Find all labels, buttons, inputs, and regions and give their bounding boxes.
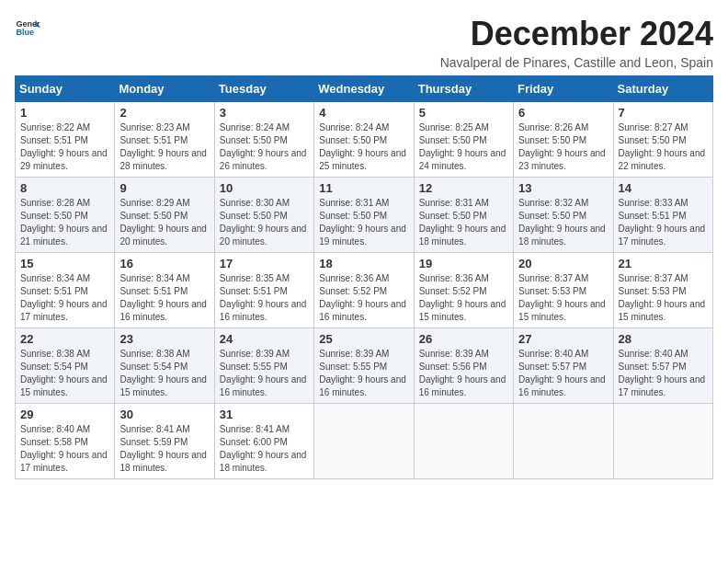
day-info: Sunrise: 8:27 AMSunset: 5:50 PMDaylight:… bbox=[619, 121, 708, 173]
day-info: Sunrise: 8:36 AMSunset: 5:52 PMDaylight:… bbox=[419, 272, 508, 324]
day-number: 31 bbox=[220, 408, 309, 421]
day-number: 30 bbox=[119, 408, 209, 421]
day-number: 13 bbox=[518, 181, 608, 195]
day-number: 4 bbox=[319, 106, 408, 120]
day-info: Sunrise: 8:39 AMSunset: 5:55 PMDaylight:… bbox=[220, 348, 309, 399]
day-number: 25 bbox=[319, 332, 408, 346]
day-info: Sunrise: 8:36 AMSunset: 5:52 PMDaylight:… bbox=[319, 272, 408, 324]
day-info: Sunrise: 8:24 AMSunset: 5:50 PMDaylight:… bbox=[319, 121, 408, 173]
calendar-cell: 15Sunrise: 8:34 AMSunset: 5:51 PMDayligh… bbox=[16, 253, 115, 328]
day-number: 9 bbox=[119, 181, 209, 195]
calendar-cell: 26Sunrise: 8:39 AMSunset: 5:56 PMDayligh… bbox=[414, 328, 513, 404]
calendar-cell: 28Sunrise: 8:40 AMSunset: 5:57 PMDayligh… bbox=[613, 328, 712, 404]
calendar-cell: 14Sunrise: 8:33 AMSunset: 5:51 PMDayligh… bbox=[613, 178, 712, 253]
calendar-cell bbox=[414, 404, 513, 479]
calendar-row-0: 1Sunrise: 8:22 AMSunset: 5:51 PMDaylight… bbox=[16, 102, 713, 178]
day-number: 29 bbox=[20, 408, 109, 421]
calendar-cell: 17Sunrise: 8:35 AMSunset: 5:51 PMDayligh… bbox=[214, 253, 313, 328]
day-info: Sunrise: 8:33 AMSunset: 5:51 PMDaylight:… bbox=[619, 197, 708, 248]
header-saturday: Saturday bbox=[613, 76, 712, 102]
calendar-cell bbox=[314, 404, 414, 479]
calendar-cell: 22Sunrise: 8:38 AMSunset: 5:54 PMDayligh… bbox=[16, 328, 115, 404]
calendar-cell: 11Sunrise: 8:31 AMSunset: 5:50 PMDayligh… bbox=[314, 178, 414, 253]
calendar-row-1: 8Sunrise: 8:28 AMSunset: 5:50 PMDaylight… bbox=[16, 178, 713, 253]
day-info: Sunrise: 8:41 AMSunset: 5:59 PMDaylight:… bbox=[119, 423, 209, 475]
day-info: Sunrise: 8:25 AMSunset: 5:50 PMDaylight:… bbox=[419, 121, 508, 173]
header-tuesday: Tuesday bbox=[214, 76, 313, 102]
calendar-cell: 12Sunrise: 8:31 AMSunset: 5:50 PMDayligh… bbox=[414, 178, 513, 253]
day-number: 12 bbox=[419, 181, 508, 195]
day-info: Sunrise: 8:30 AMSunset: 5:50 PMDaylight:… bbox=[220, 197, 309, 248]
calendar-header: SundayMondayTuesdayWednesdayThursdayFrid… bbox=[16, 76, 713, 102]
day-number: 3 bbox=[220, 106, 309, 120]
header: General Blue December 2024 Navalperal de… bbox=[15, 15, 713, 70]
day-info: Sunrise: 8:32 AMSunset: 5:50 PMDaylight:… bbox=[518, 197, 608, 248]
calendar-cell bbox=[613, 404, 712, 479]
day-number: 11 bbox=[319, 181, 408, 195]
header-wednesday: Wednesday bbox=[314, 76, 414, 102]
calendar-cell: 10Sunrise: 8:30 AMSunset: 5:50 PMDayligh… bbox=[214, 178, 313, 253]
calendar-cell: 8Sunrise: 8:28 AMSunset: 5:50 PMDaylight… bbox=[16, 178, 115, 253]
header-sunday: Sunday bbox=[16, 76, 115, 102]
calendar-cell bbox=[514, 404, 613, 479]
day-number: 14 bbox=[619, 181, 708, 195]
month-title: December 2024 bbox=[440, 15, 713, 53]
title-area: December 2024 Navalperal de Pinares, Cas… bbox=[440, 15, 713, 70]
day-number: 7 bbox=[619, 106, 708, 120]
day-number: 24 bbox=[220, 332, 309, 346]
day-info: Sunrise: 8:29 AMSunset: 5:50 PMDaylight:… bbox=[119, 197, 209, 248]
day-number: 5 bbox=[419, 106, 508, 120]
calendar-row-4: 29Sunrise: 8:40 AMSunset: 5:58 PMDayligh… bbox=[16, 404, 713, 479]
day-info: Sunrise: 8:34 AMSunset: 5:51 PMDaylight:… bbox=[20, 272, 109, 324]
day-info: Sunrise: 8:37 AMSunset: 5:53 PMDaylight:… bbox=[619, 272, 708, 324]
location-subtitle: Navalperal de Pinares, Castille and Leon… bbox=[440, 55, 713, 70]
day-info: Sunrise: 8:35 AMSunset: 5:51 PMDaylight:… bbox=[220, 272, 309, 324]
calendar-cell: 18Sunrise: 8:36 AMSunset: 5:52 PMDayligh… bbox=[314, 253, 414, 328]
day-number: 22 bbox=[20, 332, 109, 346]
day-number: 23 bbox=[119, 332, 209, 346]
day-number: 28 bbox=[619, 332, 708, 346]
day-number: 17 bbox=[220, 257, 309, 270]
day-number: 15 bbox=[20, 257, 109, 270]
day-number: 18 bbox=[319, 257, 408, 270]
day-number: 27 bbox=[518, 332, 608, 346]
calendar-cell: 24Sunrise: 8:39 AMSunset: 5:55 PMDayligh… bbox=[214, 328, 313, 404]
day-info: Sunrise: 8:38 AMSunset: 5:54 PMDaylight:… bbox=[119, 348, 209, 399]
calendar-cell: 20Sunrise: 8:37 AMSunset: 5:53 PMDayligh… bbox=[514, 253, 613, 328]
day-info: Sunrise: 8:38 AMSunset: 5:54 PMDaylight:… bbox=[20, 348, 109, 399]
logo: General Blue bbox=[15, 15, 40, 40]
calendar-cell: 27Sunrise: 8:40 AMSunset: 5:57 PMDayligh… bbox=[514, 328, 613, 404]
calendar-cell: 30Sunrise: 8:41 AMSunset: 5:59 PMDayligh… bbox=[115, 404, 214, 479]
calendar-row-3: 22Sunrise: 8:38 AMSunset: 5:54 PMDayligh… bbox=[16, 328, 713, 404]
day-info: Sunrise: 8:22 AMSunset: 5:51 PMDaylight:… bbox=[20, 121, 109, 173]
calendar-cell: 4Sunrise: 8:24 AMSunset: 5:50 PMDaylight… bbox=[314, 102, 414, 178]
day-number: 8 bbox=[20, 181, 109, 195]
day-info: Sunrise: 8:28 AMSunset: 5:50 PMDaylight:… bbox=[20, 197, 109, 248]
calendar-cell: 9Sunrise: 8:29 AMSunset: 5:50 PMDaylight… bbox=[115, 178, 214, 253]
day-info: Sunrise: 8:24 AMSunset: 5:50 PMDaylight:… bbox=[220, 121, 309, 173]
header-friday: Friday bbox=[514, 76, 613, 102]
header-monday: Monday bbox=[115, 76, 214, 102]
header-row: SundayMondayTuesdayWednesdayThursdayFrid… bbox=[16, 76, 713, 102]
day-info: Sunrise: 8:41 AMSunset: 6:00 PMDaylight:… bbox=[220, 423, 309, 475]
calendar-cell: 25Sunrise: 8:39 AMSunset: 5:55 PMDayligh… bbox=[314, 328, 414, 404]
day-number: 19 bbox=[419, 257, 508, 270]
svg-text:Blue: Blue bbox=[16, 28, 34, 37]
day-number: 2 bbox=[119, 106, 209, 120]
header-thursday: Thursday bbox=[414, 76, 513, 102]
calendar-cell: 13Sunrise: 8:32 AMSunset: 5:50 PMDayligh… bbox=[514, 178, 613, 253]
day-number: 26 bbox=[419, 332, 508, 346]
day-number: 21 bbox=[619, 257, 708, 270]
day-info: Sunrise: 8:31 AMSunset: 5:50 PMDaylight:… bbox=[319, 197, 408, 248]
calendar-table: SundayMondayTuesdayWednesdayThursdayFrid… bbox=[15, 75, 713, 479]
calendar-cell: 23Sunrise: 8:38 AMSunset: 5:54 PMDayligh… bbox=[115, 328, 214, 404]
day-number: 6 bbox=[518, 106, 608, 120]
calendar-body: 1Sunrise: 8:22 AMSunset: 5:51 PMDaylight… bbox=[16, 102, 713, 479]
day-info: Sunrise: 8:40 AMSunset: 5:57 PMDaylight:… bbox=[518, 348, 608, 399]
logo-icon: General Blue bbox=[15, 15, 40, 40]
calendar-cell: 16Sunrise: 8:34 AMSunset: 5:51 PMDayligh… bbox=[115, 253, 214, 328]
day-info: Sunrise: 8:37 AMSunset: 5:53 PMDaylight:… bbox=[518, 272, 608, 324]
calendar-cell: 7Sunrise: 8:27 AMSunset: 5:50 PMDaylight… bbox=[613, 102, 712, 178]
calendar-cell: 3Sunrise: 8:24 AMSunset: 5:50 PMDaylight… bbox=[214, 102, 313, 178]
day-number: 1 bbox=[20, 106, 109, 120]
